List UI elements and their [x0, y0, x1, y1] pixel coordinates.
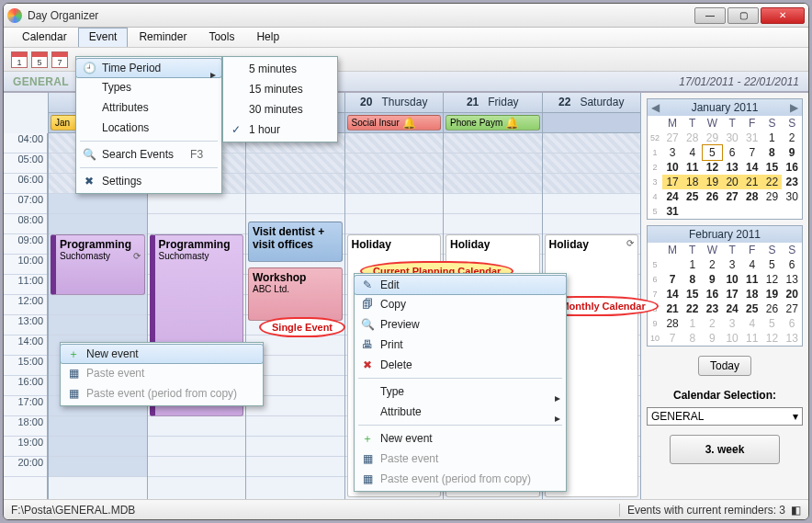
minical-day[interactable]: 19 — [703, 175, 723, 189]
time-slot[interactable] — [246, 174, 344, 194]
menu-help[interactable]: Help — [245, 28, 290, 47]
minical-day[interactable]: 2 — [782, 131, 802, 145]
minimize-button[interactable]: — — [694, 7, 726, 24]
allday-cell[interactable] — [542, 113, 641, 132]
menu-tools[interactable]: Tools — [197, 28, 245, 47]
minical-day[interactable]: 5 — [762, 316, 783, 331]
minical-day[interactable]: 20 — [722, 175, 742, 189]
minical-day[interactable]: 30 — [722, 131, 742, 145]
time-slot[interactable] — [49, 295, 147, 315]
minical-day[interactable]: 25 — [682, 189, 703, 204]
time-slot[interactable] — [345, 133, 444, 153]
minical-day[interactable]: 24 — [662, 189, 682, 204]
minical-day[interactable]: 20 — [782, 287, 802, 301]
event-menu[interactable]: 🕘Time PeriodTypesAttributesLocations🔍Sea… — [75, 56, 222, 194]
menu-item[interactable]: ▦Paste event — [61, 363, 263, 383]
time-period-submenu[interactable]: 5 minutes15 minutes30 minutes✓1 hour — [222, 56, 338, 142]
time-slot[interactable] — [543, 214, 641, 234]
time-slot[interactable] — [345, 174, 444, 194]
menu-reminder[interactable]: Reminder — [128, 28, 197, 47]
time-slot[interactable] — [543, 153, 641, 174]
menu-item[interactable]: Locations — [76, 118, 221, 138]
minical-day[interactable]: 1 — [762, 131, 783, 145]
minical-day[interactable] — [722, 204, 742, 219]
minical-day[interactable]: 13 — [782, 331, 802, 346]
minical-day[interactable]: 29 — [762, 189, 783, 204]
event-context-menu[interactable]: ✎Edit🗐Copy🔍Preview🖶Print✖DeleteTypeAttri… — [354, 273, 567, 492]
minical-day[interactable]: 13 — [722, 160, 742, 175]
minical-day[interactable]: 1 — [682, 257, 703, 272]
minical-day[interactable]: 8 — [762, 145, 783, 160]
menu-item[interactable]: 🔍Search EventsF3 — [76, 144, 221, 165]
minical-day[interactable]: 11 — [682, 160, 703, 175]
allday-chip[interactable]: Social Insur 🔔 — [347, 115, 442, 131]
day-header[interactable]: 22Saturday — [542, 93, 641, 112]
time-slot[interactable] — [148, 214, 246, 234]
minical-day[interactable]: 10 — [722, 331, 742, 346]
minical-day[interactable]: 18 — [742, 287, 762, 301]
minical-day[interactable]: 22 — [682, 301, 703, 316]
minical-day[interactable]: 14 — [662, 287, 682, 301]
time-slot[interactable] — [543, 133, 641, 153]
event-programming[interactable]: ProgrammingSuchomasty — [51, 234, 145, 295]
minical-day[interactable]: 19 — [762, 287, 783, 301]
time-slot[interactable] — [49, 437, 147, 457]
minical-day[interactable]: 13 — [782, 272, 802, 287]
minical-day[interactable]: 25 — [742, 301, 762, 316]
time-slot[interactable] — [246, 153, 344, 174]
allday-cell[interactable]: Phone Paym 🔔 — [443, 113, 542, 132]
calendar-selection-combo[interactable]: GENERAL▾ — [647, 407, 803, 426]
minical-day[interactable]: 10 — [662, 160, 682, 175]
minical-day[interactable]: 18 — [682, 175, 703, 189]
menu-item[interactable]: Types — [76, 77, 221, 97]
menu-item[interactable]: ✓1 hour — [223, 119, 337, 140]
minical-day[interactable]: 7 — [662, 272, 682, 287]
minical-day[interactable]: 23 — [703, 301, 723, 316]
menu-event[interactable]: Event — [78, 28, 129, 47]
time-slot[interactable] — [444, 194, 542, 214]
minical-day[interactable] — [682, 204, 703, 219]
menu-item[interactable]: 🕘Time Period — [75, 58, 222, 78]
time-slot[interactable] — [49, 214, 147, 234]
time-slot[interactable] — [444, 153, 542, 174]
minical-day[interactable]: 2 — [703, 257, 723, 272]
day-header[interactable]: 20Thursday — [344, 93, 444, 112]
minical-day[interactable]: 21 — [742, 175, 762, 189]
minical-day[interactable]: 16 — [703, 287, 723, 301]
minical-day[interactable]: 14 — [742, 160, 762, 175]
minical-day[interactable]: 17 — [722, 287, 742, 301]
time-slot[interactable] — [246, 194, 344, 214]
menu-item[interactable]: ✎Edit — [354, 275, 567, 295]
minical-day[interactable]: 5 — [703, 145, 723, 160]
minical-day[interactable]: 7 — [662, 331, 682, 346]
menu-item[interactable]: ▦Paste event — [355, 449, 566, 469]
minical-day[interactable]: 9 — [703, 272, 723, 287]
menu-item[interactable]: Attribute — [355, 402, 566, 422]
time-slot[interactable] — [444, 174, 542, 194]
menu-calendar[interactable]: Calendar — [11, 28, 78, 47]
minical-day[interactable]: 22 — [762, 175, 783, 189]
minical-day[interactable] — [742, 204, 762, 219]
day-header[interactable]: 21Friday — [443, 93, 542, 112]
event-workshop[interactable]: WorkshopABC Ltd. — [248, 267, 343, 321]
time-slot[interactable] — [444, 214, 542, 234]
next-month-icon[interactable]: ▶ — [790, 101, 798, 114]
minical-day[interactable]: 23 — [782, 175, 802, 189]
minical-day[interactable]: 1 — [682, 316, 703, 331]
minical-day[interactable]: 11 — [742, 331, 762, 346]
week-button[interactable]: 3. week — [670, 435, 780, 464]
maximize-button[interactable]: ▢ — [727, 7, 759, 24]
minical-day[interactable]: 28 — [742, 189, 762, 204]
minical-day[interactable]: 3 — [722, 316, 742, 331]
minical-day[interactable] — [782, 204, 802, 219]
menu-item[interactable]: 🔍Preview — [355, 314, 566, 335]
time-slot[interactable] — [543, 174, 641, 194]
minical-day[interactable]: 6 — [782, 316, 802, 331]
time-slot[interactable] — [345, 153, 444, 174]
minical-day[interactable]: 9 — [703, 331, 723, 346]
time-slot[interactable] — [148, 194, 246, 214]
menu-item[interactable]: 15 minutes — [223, 79, 337, 99]
time-slot[interactable] — [345, 194, 444, 214]
time-slot[interactable] — [246, 416, 344, 437]
time-slot[interactable] — [148, 416, 246, 437]
